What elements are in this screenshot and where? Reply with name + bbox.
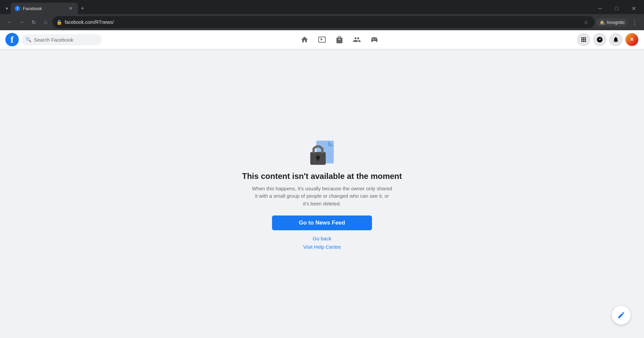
browser-toolbar: ← → ↻ ⌂ 🔒 facebook.com/RTnews/ ☆ 🕵 Incog… — [0, 14, 644, 30]
forward-button[interactable]: → — [16, 17, 27, 28]
search-icon: 🔍 — [25, 37, 31, 42]
tab-favicon: f — [15, 6, 20, 11]
more-options-button[interactable]: ⋮ — [629, 17, 640, 28]
error-illustration — [304, 135, 340, 172]
svg-rect-4 — [317, 157, 319, 161]
security-icon: 🔒 — [56, 19, 62, 25]
close-window-button[interactable]: ✕ — [626, 3, 641, 14]
go-back-link[interactable]: Go back — [313, 236, 331, 241]
back-button[interactable]: ← — [4, 17, 15, 28]
facebook-main-content: This content isn't available at the mome… — [0, 49, 644, 338]
address-bar[interactable]: 🔒 facebook.com/RTnews/ ☆ — [52, 16, 595, 28]
active-tab[interactable]: f Facebook ✕ — [11, 3, 78, 14]
minimize-button[interactable]: ─ — [592, 3, 608, 14]
new-tab-button[interactable]: + — [78, 4, 87, 13]
facebook-navbar: f 🔍 Search Facebook — [0, 30, 644, 49]
error-description: When this happens, it's usually because … — [252, 185, 392, 208]
incognito-button[interactable]: 🕵 Incognito — [596, 18, 628, 26]
tab-title: Facebook — [23, 6, 65, 11]
messenger-button[interactable] — [593, 33, 606, 46]
home-button[interactable]: ⌂ — [40, 17, 51, 28]
incognito-label: Incognito — [607, 20, 625, 25]
go-to-news-feed-button[interactable]: Go to News Feed — [272, 215, 372, 230]
nav-gaming-button[interactable] — [366, 32, 382, 48]
error-title: This content isn't available at the mome… — [242, 172, 402, 181]
error-container: This content isn't available at the mome… — [235, 114, 409, 273]
bookmark-button[interactable]: ☆ — [581, 17, 591, 27]
nav-groups-button[interactable] — [349, 32, 365, 48]
facebook-logo-letter: f — [10, 34, 13, 45]
avatar-image: R — [626, 33, 638, 46]
nav-video-button[interactable] — [314, 32, 330, 48]
incognito-icon: 🕵 — [599, 20, 605, 25]
facebook-right-actions: R — [577, 33, 639, 46]
tab-close-button[interactable]: ✕ — [68, 5, 74, 11]
visit-help-centre-link[interactable]: Visit Help Centre — [303, 244, 341, 250]
apps-menu-button[interactable] — [577, 33, 590, 46]
tab-list-button[interactable]: ▾ — [3, 4, 11, 12]
nav-home-button[interactable] — [297, 32, 313, 48]
compose-button[interactable] — [612, 306, 631, 325]
maximize-button[interactable]: □ — [609, 3, 625, 14]
facebook-logo[interactable]: f — [5, 33, 19, 46]
notifications-button[interactable] — [609, 33, 623, 46]
search-bar[interactable]: 🔍 Search Facebook — [21, 34, 102, 45]
reload-button[interactable]: ↻ — [28, 17, 39, 28]
search-placeholder: Search Facebook — [34, 37, 73, 43]
url-text: facebook.com/RTnews/ — [65, 19, 579, 25]
nav-marketplace-button[interactable] — [331, 32, 347, 48]
facebook-nav-icons — [102, 32, 577, 48]
user-avatar[interactable]: R — [625, 33, 639, 46]
window-controls: ─ □ ✕ — [592, 3, 641, 14]
